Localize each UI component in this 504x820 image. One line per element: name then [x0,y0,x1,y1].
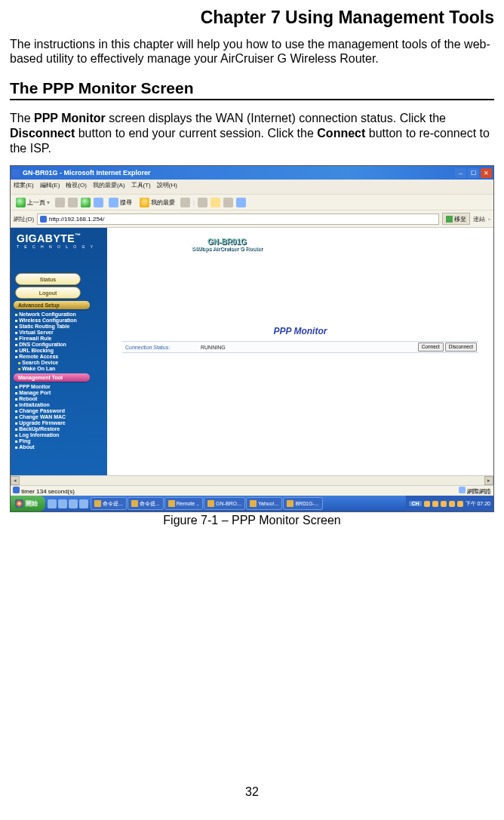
history-icon[interactable] [180,198,190,207]
sidebar-item[interactable]: Initialization [15,401,107,407]
connection-status-row: Connection Status: RUNNING Connect Disco… [122,341,478,353]
task-label: GN-BRO... [216,501,241,506]
back-label: 上一頁 [27,198,45,207]
windows-icon [15,499,23,508]
task-icon [207,500,214,507]
refresh-icon[interactable] [81,198,91,207]
task-icon [94,500,101,507]
forward-icon[interactable] [55,198,65,207]
mail-icon[interactable] [198,198,207,207]
screenshot-figure: GN-BR01G - Microsoft Internet Explorer –… [10,165,494,512]
links-label[interactable]: 連結 [473,215,485,223]
task-label: Remote .. [177,501,199,506]
task-button[interactable]: 命令提... [91,497,127,510]
body-paragraph: The PPP Monitor screen displays the WAN … [10,111,494,156]
task-label: Yahoo!... [258,501,279,506]
management-tool-list: PPP Monitor Manage Port Reboot Initializ… [15,383,107,450]
logout-button[interactable]: Logout [15,287,81,299]
sidebar-item[interactable]: Firewall Rule [15,335,107,341]
sidebar-item[interactable]: Ping [15,438,107,444]
start-button[interactable]: 開始 [11,496,45,511]
favorites-label: 我的最愛 [151,198,175,207]
tray-icon[interactable] [457,501,463,507]
back-button[interactable]: 上一頁▾ [14,197,52,208]
folder-icon[interactable] [211,198,220,207]
management-tool-header[interactable]: Management Tool [14,373,90,382]
connect-button[interactable]: Connect [418,342,444,352]
search-button[interactable]: 搜尋 [106,197,134,208]
ql-icon[interactable] [79,499,88,508]
edit-icon[interactable] [236,198,246,207]
sidebar-item[interactable]: URL Blocking [15,347,107,353]
task-button[interactable]: GN-BRO... [204,497,245,510]
tray-icon[interactable] [424,501,430,507]
sidebar-item[interactable]: Upgrade Firmware [15,419,107,425]
sidebar-item[interactable]: Search Device [18,359,107,365]
sidebar-item[interactable]: Manage Port [15,389,107,395]
ql-icon[interactable] [48,499,57,508]
page-number: 32 [0,785,504,799]
print-icon[interactable] [223,198,233,207]
advanced-sublist: Search Device Wake On Lan [18,359,107,371]
maximize-button[interactable]: ☐ [468,168,479,178]
sidebar-item[interactable]: DNS Configuration [15,341,107,347]
sidebar-item[interactable]: Static Routing Table [15,323,107,329]
language-indicator[interactable]: CH [409,501,421,506]
task-icon [168,500,175,507]
favorites-button[interactable]: 我的最愛 [137,197,177,208]
sidebar-item[interactable]: Wireless Configuration [15,317,107,323]
task-icon [131,500,138,507]
go-button[interactable]: 移至 [442,213,470,225]
minimize-button[interactable]: – [455,168,466,178]
bold-connect: Connect [317,127,365,140]
ql-icon[interactable] [58,499,67,508]
ql-icon[interactable] [69,499,78,508]
sidebar-item[interactable]: Network Configuration [15,311,107,317]
disconnect-button[interactable]: Disconnect [445,342,477,352]
tray-icon[interactable] [441,501,447,507]
stop-icon[interactable] [68,198,78,207]
tray-icon[interactable] [449,501,455,507]
clock: 下午 07:20 [466,500,490,508]
horizontal-scrollbar[interactable]: ◂ ▸ [11,475,493,485]
status-button[interactable]: Status [15,273,81,285]
brand-text: GIGABYTE [17,232,75,244]
sidebar-item[interactable]: Change Password [15,407,107,413]
back-icon [16,198,26,207]
sidebar-item[interactable]: About [15,444,107,450]
task-button[interactable]: Remote .. [164,497,203,510]
sidebar-item[interactable]: Reboot [15,395,107,401]
start-label: 開始 [26,499,38,508]
window-title: GN-BR01G - Microsoft Internet Explorer [23,169,151,177]
close-button[interactable]: ✕ [481,168,492,178]
task-icon [250,500,257,507]
main-pane: PPP Monitor Connection Status: RUNNING C… [107,228,493,475]
sidebar-item[interactable]: Change WAN MAC [15,413,107,419]
ie-menubar[interactable]: 檔案(E) 編輯(E) 檢視(O) 我的最愛(A) 工具(T) 說明(H) [11,180,493,195]
sidebar-item[interactable]: BackUp/Restore [15,425,107,431]
scroll-left-icon[interactable]: ◂ [11,476,20,485]
scroll-right-icon[interactable]: ▸ [484,476,493,485]
task-label: BR01G-... [295,501,318,506]
connection-status-label: Connection Status: [122,345,201,350]
internet-zone-icon [459,487,466,493]
task-button[interactable]: BR01G-... [283,497,322,510]
ie-toolbar: 上一頁▾ 搜尋 我的最愛 | [11,195,493,210]
tray-icon[interactable] [432,501,438,507]
home-icon[interactable] [94,198,103,207]
ppp-monitor-title: PPP Monitor [107,326,493,336]
sidebar-item[interactable]: Remote Access [15,353,107,359]
address-input[interactable]: http://192.168.1.254/ [37,213,439,225]
advanced-setup-header[interactable]: Advanced Setup [14,301,90,309]
internet-zone-label: 網際網路 [467,488,491,495]
scroll-track[interactable] [20,476,484,485]
task-button[interactable]: Yahoo!... [246,497,283,510]
task-button[interactable]: 命令提... [128,497,164,510]
text-span: screen displays the WAN (Internet) conne… [106,112,446,124]
sidebar-item-ppp-monitor[interactable]: PPP Monitor [15,383,107,389]
figure-caption: Figure 7-1 – PPP Monitor Screen [10,514,494,527]
brand-logo: GIGABYTE™ T E C H N O L O G Y [17,232,95,249]
sidebar-item[interactable]: Log Information [15,431,107,438]
sidebar-item[interactable]: Virtual Server [15,329,107,335]
sidebar-item[interactable]: Wake On Lan [18,365,107,371]
